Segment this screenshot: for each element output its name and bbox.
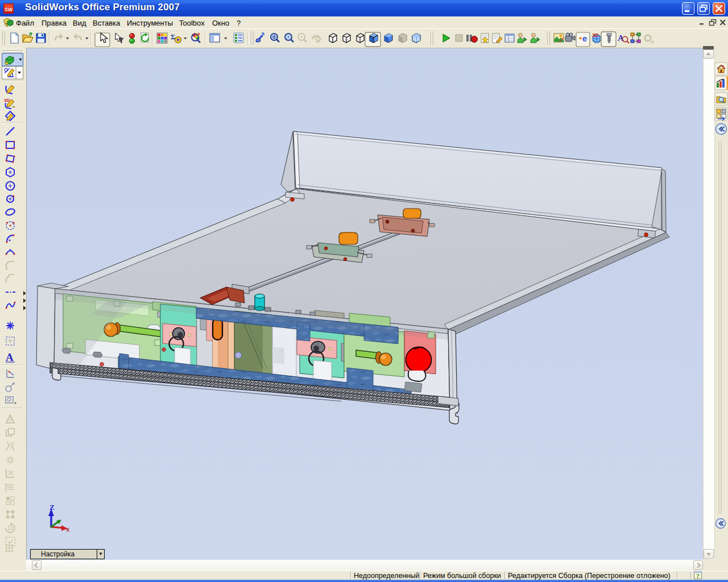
svg-text:e: e xyxy=(582,34,587,43)
svg-text:Z: Z xyxy=(49,503,55,512)
svg-text:A: A xyxy=(6,351,14,363)
svg-text:SW: SW xyxy=(5,7,13,13)
svg-text:?: ? xyxy=(696,572,700,579)
svg-text:A: A xyxy=(9,417,12,422)
svg-text:3D: 3D xyxy=(592,32,599,38)
svg-text:x: x xyxy=(66,525,69,533)
